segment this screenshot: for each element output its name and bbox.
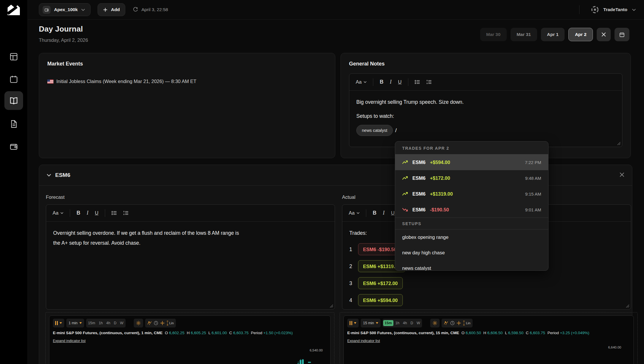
topbar: Apex_100k Add April 3, 22:58 TradeTanto: [28, 0, 644, 20]
dropdown-trade-item[interactable]: ESM6 -$190.50 9:01 AM: [395, 202, 548, 218]
sync-status[interactable]: April 3, 22:58: [133, 7, 168, 12]
resize-grip[interactable]: [625, 304, 629, 308]
chevron-down-icon: [357, 212, 360, 214]
dropdown-setup-item[interactable]: globex opening range: [395, 230, 548, 245]
expand-indicator-link[interactable]: Expand indicator list: [53, 339, 86, 343]
linear-scale-button[interactable]: Lin: [463, 321, 470, 325]
wallet-icon: [43, 6, 51, 14]
tf-w[interactable]: W: [415, 321, 421, 325]
interval-select[interactable]: 1 min: [66, 319, 84, 327]
font-style-select[interactable]: Aa: [53, 210, 63, 216]
general-notes-content[interactable]: Big overnight selling Trump speech. Size…: [349, 91, 622, 142]
add-button[interactable]: Add: [98, 3, 125, 16]
sidebar-item-accounts[interactable]: [4, 138, 23, 155]
trade-pnl: -$190.50: [430, 207, 449, 213]
crosshair-icon[interactable]: [456, 321, 461, 325]
account-name: Apex_100k: [54, 7, 78, 12]
underline-button[interactable]: U: [391, 210, 395, 216]
tf-d[interactable]: D: [112, 321, 118, 325]
dropdown-trade-item[interactable]: ESM6 +$172.00 9:48 AM: [395, 170, 548, 186]
italic-button[interactable]: I: [87, 210, 88, 216]
tf-4h[interactable]: 4h: [401, 321, 408, 325]
bullet-list-button[interactable]: [415, 80, 420, 84]
tf-4h[interactable]: 4h: [105, 321, 112, 325]
bold-button[interactable]: B: [380, 79, 383, 85]
trade-chip[interactable]: ESM6 +$594.00: [358, 294, 403, 306]
sync-time: April 3, 22:58: [141, 7, 168, 12]
chart-type-button[interactable]: [53, 319, 64, 327]
calendar-picker-button[interactable]: [615, 28, 629, 41]
trade-number: 1: [349, 244, 353, 254]
dropdown-trade-item[interactable]: ESM6 +$1319.00 9:15 AM: [395, 186, 548, 202]
settings-button[interactable]: [430, 319, 440, 327]
tf-1h[interactable]: 1h: [97, 321, 104, 325]
sidebar-item-reports[interactable]: [4, 115, 23, 133]
dropdown-trade-item[interactable]: ESM6 +$594.00 7:22 PM: [395, 154, 548, 170]
tf-15m[interactable]: 15m: [383, 320, 393, 326]
tf-15m[interactable]: 15m: [87, 321, 97, 325]
dropdown-setup-item[interactable]: news catalyst: [395, 261, 548, 271]
tf-d[interactable]: D: [409, 321, 414, 325]
chart[interactable]: 1 min 15m 1h 4h D W: [49, 315, 331, 364]
toolbar-divider: [105, 209, 105, 217]
account-selector[interactable]: Apex_100k: [39, 3, 91, 16]
close-icon: [601, 32, 606, 37]
italic-button[interactable]: I: [383, 210, 385, 216]
italic-button[interactable]: I: [390, 79, 392, 85]
chevron-down-icon: [364, 81, 367, 83]
date-tab-apr1[interactable]: Apr 1: [541, 28, 565, 41]
underline-button[interactable]: U: [95, 210, 98, 216]
interval-select[interactable]: 15 min: [361, 319, 381, 327]
bullet-list-button[interactable]: [112, 211, 117, 215]
expand-indicator-link[interactable]: Expand indicator list: [347, 339, 380, 343]
resize-grip[interactable]: [329, 304, 333, 308]
general-notes-editor[interactable]: Aa B I U Big overnight selling Trump spe…: [349, 73, 622, 147]
font-style-select[interactable]: Aa: [356, 79, 367, 85]
sidebar-item-journal[interactable]: [4, 91, 23, 110]
crosshair-icon[interactable]: [160, 321, 165, 325]
symbol-close-button[interactable]: [619, 172, 624, 178]
indicators-icon[interactable]: [444, 321, 448, 325]
page-subtitle: Thursday, April 2, 2026: [39, 37, 88, 43]
trade-symbol: ESM6: [412, 207, 426, 213]
clock-icon[interactable]: [450, 321, 455, 325]
date-tab-apr2[interactable]: Apr 2: [568, 28, 593, 41]
sidebar: [0, 0, 28, 364]
resize-grip[interactable]: [617, 141, 621, 145]
numbered-list-button[interactable]: [123, 211, 129, 215]
underline-button[interactable]: U: [398, 79, 402, 85]
forecast-editor[interactable]: Aa B I U Overnight selling overdone. If …: [46, 204, 335, 310]
bold-button[interactable]: B: [373, 210, 376, 216]
workspace-menu[interactable]: TradeTanto: [579, 5, 636, 14]
sidebar-item-calendar[interactable]: [4, 70, 23, 88]
sidebar-item-dashboard[interactable]: [4, 48, 23, 65]
linear-scale-button[interactable]: Lin: [166, 321, 174, 325]
clear-date-button[interactable]: [597, 28, 611, 41]
forecast-content[interactable]: Overnight selling overdone. If we get a …: [46, 222, 335, 254]
indicators-icon[interactable]: [147, 321, 152, 325]
trade-pnl: +$172.00: [430, 175, 450, 181]
slash-command-cursor: /: [395, 125, 397, 135]
date-tab-mar30[interactable]: Mar 30: [480, 28, 507, 41]
chart[interactable]: 15 min 15m 1h 4h D W: [343, 315, 634, 364]
bold-button[interactable]: B: [77, 210, 80, 216]
setup-tag[interactable]: news catalyst: [356, 125, 393, 136]
date-tab-mar31[interactable]: Mar 31: [511, 28, 537, 41]
actual-label: Actual: [342, 194, 355, 200]
dropdown-setup-item[interactable]: new day high chase: [395, 245, 548, 261]
trade-chip[interactable]: ESM6 +$172.00: [358, 277, 403, 289]
clock-icon[interactable]: [154, 321, 158, 325]
font-style-select[interactable]: Aa: [349, 210, 360, 216]
candlestick-icon: [350, 321, 352, 325]
chart-type-button[interactable]: [347, 319, 359, 327]
trade-symbol: ESM6: [412, 191, 426, 197]
trade-number: 4: [349, 295, 353, 305]
numbered-list-button[interactable]: [426, 80, 432, 84]
settings-button[interactable]: [134, 319, 143, 327]
app-logo-icon[interactable]: [7, 4, 20, 16]
tf-w[interactable]: W: [119, 321, 125, 325]
tf-1h[interactable]: 1h: [394, 321, 401, 325]
collapse-chevron-icon[interactable]: [47, 174, 51, 177]
market-events-card: Market Events Initial Jobless Claims (We…: [39, 53, 335, 158]
toolbar-divider: [366, 209, 366, 217]
